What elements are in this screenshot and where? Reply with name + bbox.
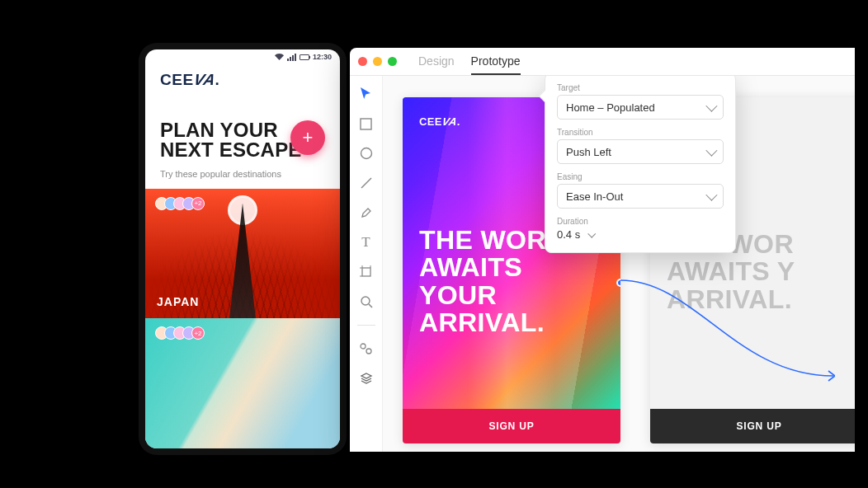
headline-line2: AWAITS Y [667,256,795,286]
layers-tool[interactable] [358,370,375,387]
traffic-lights [358,57,397,66]
tab-design[interactable]: Design [418,49,455,75]
duration-value: 0.4 s [557,228,580,241]
destination-card-japan[interactable]: +2 JAPAN [145,189,340,319]
avatar-stack: +2 [155,326,205,340]
svg-rect-0 [361,119,371,129]
transition-value: Push Left [566,146,611,158]
phone-device-frame: 12:30 CEEVA. PLAN YOUR NEXT ESCAPE Try t… [139,43,347,455]
field-target: Target Home – Populated [557,83,724,120]
camera-shutter-icon [228,195,257,225]
svg-line-9 [369,304,372,307]
headline-line2: AWAITS YOUR [419,252,522,309]
hero-line2: NEXT ESCAPE [160,138,302,161]
assets-tool[interactable] [358,340,375,357]
battery-icon [300,54,309,60]
logo-part1: CEE [419,115,442,128]
logo-part2: VA [441,115,458,128]
field-easing: Easing Ease In-Out [557,172,724,209]
easing-value: Ease In-Out [566,190,623,203]
svg-point-1 [361,148,371,159]
signup-button[interactable]: SIGN UP [650,409,855,443]
hero-subtitle: Try these popular destinations [160,169,325,179]
signup-button[interactable]: SIGN UP [403,409,620,443]
avatar-stack: +2 [155,197,205,210]
svg-point-11 [366,349,371,354]
transition-label: Transition [557,128,724,137]
toolbar-divider [357,325,375,326]
signal-icon [287,54,296,61]
rectangle-tool[interactable] [358,115,375,132]
headline-line3: ARRIVAL. [667,284,792,314]
window-titlebar: Design Prototype [350,48,855,76]
zoom-window-button[interactable] [388,57,397,66]
chevron-down-icon [705,101,717,112]
workspace: T CEEVA. THE WORLD AWAITS YOUR ARRIVAL. [350,76,855,452]
field-duration: Duration 0.4 s [557,217,724,241]
target-value: Home – Populated [566,101,655,114]
avatar-more: +2 [191,197,205,210]
target-label: Target [557,83,724,92]
logo-part2: VA [191,71,217,89]
avatar-more: +2 [191,326,205,340]
destination-label: JAPAN [157,295,199,308]
close-window-button[interactable] [358,57,367,66]
brand-logo: CEEVA. [145,64,340,92]
tab-prototype[interactable]: Prototype [471,49,521,75]
artboard-tool[interactable] [358,264,375,280]
design-app-window: Design Prototype T CEEVA. [350,48,855,452]
left-toolbar: T [350,76,383,452]
headline-line3: ARRIVAL. [419,307,545,337]
hero-line1: PLAN YOUR [160,119,278,141]
zoom-tool[interactable] [358,293,375,310]
svg-rect-3 [362,268,370,276]
svg-point-8 [361,297,370,305]
logo-part1: CEE [160,71,194,88]
plus-icon: + [303,127,314,148]
easing-label: Easing [557,172,724,181]
text-tool[interactable]: T [358,234,375,251]
prototype-hotspot[interactable] [616,279,620,287]
line-tool[interactable] [358,175,375,191]
mode-tabs: Design Prototype [418,49,521,75]
target-select[interactable]: Home – Populated [557,95,724,120]
destination-cards: +2 JAPAN +2 [145,189,340,448]
pen-tool[interactable] [358,204,375,221]
hero-section: PLAN YOUR NEXT ESCAPE Try these popular … [145,92,340,189]
transition-select[interactable]: Push Left [557,139,724,164]
wifi-icon [275,54,284,61]
canvas[interactable]: CEEVA. THE WORLD AWAITS YOUR ARRIVAL. SI… [383,76,855,452]
svg-point-10 [361,344,366,349]
status-bar: 12:30 [145,49,340,64]
duration-label: Duration [557,217,724,226]
select-tool[interactable] [358,86,375,102]
easing-select[interactable]: Ease In-Out [557,184,724,209]
chevron-down-icon [705,190,717,201]
status-time: 12:30 [313,53,332,61]
field-transition: Transition Push Left [557,128,724,164]
add-button[interactable]: + [290,120,325,155]
phone-screen: 12:30 CEEVA. PLAN YOUR NEXT ESCAPE Try t… [145,49,340,448]
chevron-down-icon [705,145,717,157]
destination-card-beach[interactable]: +2 [145,318,340,448]
svg-line-2 [361,178,371,188]
duration-select[interactable]: 0.4 s [557,228,724,241]
chevron-down-icon [587,230,596,238]
prototype-settings-panel: Target Home – Populated Transition Push … [545,76,736,253]
ellipse-tool[interactable] [358,145,375,162]
minimize-window-button[interactable] [373,57,382,66]
